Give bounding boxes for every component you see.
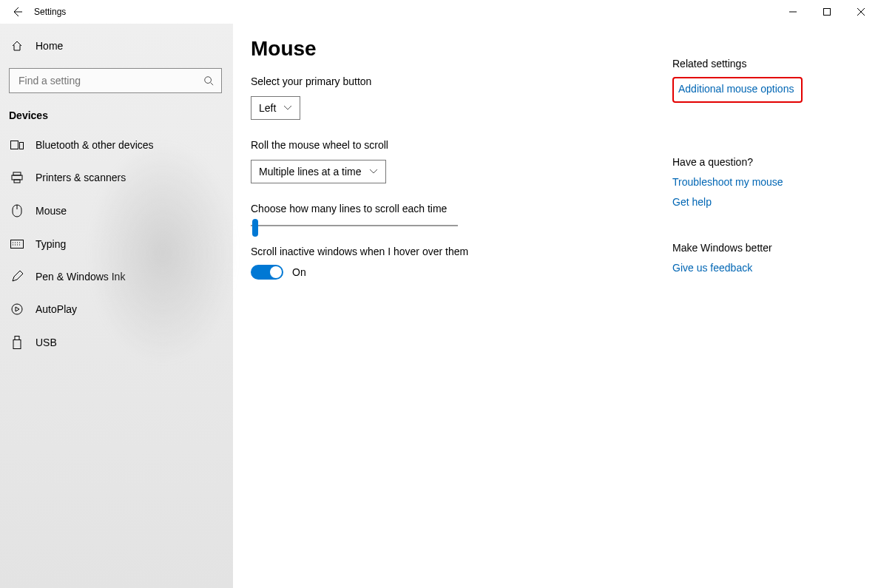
slider-thumb[interactable] [252,219,258,237]
primary-button-label: Select your primary button [251,75,672,87]
get-help-link[interactable]: Get help [672,196,712,208]
back-button[interactable] [0,0,34,24]
sidebar-item-label: Printers & scanners [36,172,126,183]
highlighted-link-box: Additional mouse options [672,77,803,103]
svg-rect-5 [12,175,22,180]
svg-rect-4 [13,172,21,175]
chevron-down-icon [283,105,292,111]
titlebar: Settings [0,0,878,24]
sidebar-item-label: Mouse [36,205,67,217]
sidebar-home[interactable]: Home [0,33,233,59]
toggle-state-label: On [292,266,306,278]
sidebar-item-pen[interactable]: Pen & Windows Ink [0,260,233,293]
wheel-scroll-select[interactable]: Multiple lines at a time [251,160,386,183]
sidebar-item-mouse[interactable]: Mouse [0,194,233,228]
minimize-button[interactable] [776,0,810,24]
search-field[interactable] [17,74,203,87]
select-value: Left [259,102,276,114]
sidebar-item-bluetooth[interactable]: Bluetooth & other devices [0,129,233,161]
toggle-knob [270,266,282,278]
question-heading: Have a question? [672,156,878,168]
inactive-windows-label: Scroll inactive windows when I hover ove… [251,246,672,257]
svg-rect-14 [13,340,21,349]
feedback-link[interactable]: Give us feedback [672,262,752,274]
sidebar-item-label: Bluetooth & other devices [36,139,154,151]
sidebar-section-label: Devices [0,107,233,129]
select-value: Multiple lines at a time [259,166,362,178]
sidebar-item-label: Typing [36,238,66,250]
printer-icon [10,172,24,183]
sidebar-home-label: Home [36,40,63,52]
search-icon [203,75,214,86]
chevron-down-icon [369,169,378,175]
devices-icon [10,139,24,151]
primary-button-select[interactable]: Left [251,96,300,120]
sidebar-item-label: Pen & Windows Ink [36,271,125,283]
autoplay-icon [10,303,24,315]
sidebar: Home Devices Bluetooth & other devices P… [0,24,233,588]
sidebar-item-autoplay[interactable]: AutoPlay [0,293,233,325]
lines-scroll-label: Choose how many lines to scroll each tim… [251,203,672,214]
inactive-windows-toggle[interactable] [251,265,283,280]
sidebar-item-label: AutoPlay [36,303,77,315]
page-title: Mouse [251,37,672,61]
svg-point-12 [12,304,22,314]
svg-point-1 [205,77,212,84]
close-button[interactable] [844,0,878,24]
search-input[interactable] [9,68,222,93]
maximize-button[interactable] [810,0,844,24]
svg-rect-9 [11,240,24,249]
home-icon [10,40,24,52]
sidebar-item-label: USB [36,337,57,348]
mouse-icon [10,204,24,217]
usb-icon [10,336,24,349]
related-settings-heading: Related settings [672,58,878,70]
troubleshoot-mouse-link[interactable]: Troubleshoot my mouse [672,176,783,188]
main-content: Mouse Select your primary button Left Ro… [233,24,878,588]
lines-scroll-slider[interactable] [251,225,458,226]
right-pane: Related settings Additional mouse option… [672,37,878,588]
window-title: Settings [34,7,66,17]
search-container [9,68,224,93]
svg-rect-6 [14,180,20,183]
pen-icon [10,271,24,283]
svg-rect-3 [20,143,24,149]
svg-rect-2 [11,141,18,149]
sidebar-item-usb[interactable]: USB [0,325,233,359]
improve-heading: Make Windows better [672,242,878,254]
additional-mouse-options-link[interactable]: Additional mouse options [678,83,794,95]
svg-rect-13 [15,337,19,340]
sidebar-item-printers[interactable]: Printers & scanners [0,161,233,194]
sidebar-item-typing[interactable]: Typing [0,228,233,260]
keyboard-icon [10,240,24,249]
wheel-scroll-label: Roll the mouse wheel to scroll [251,139,672,151]
svg-rect-0 [824,9,831,16]
